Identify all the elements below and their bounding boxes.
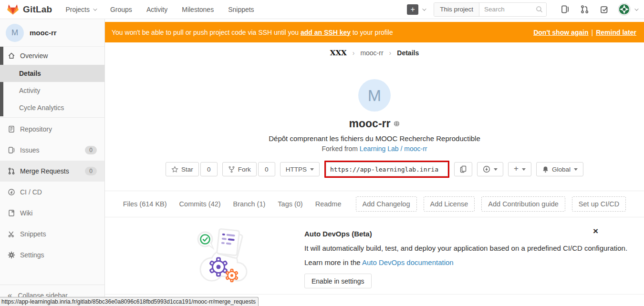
auto-devops-doc-link[interactable]: Auto DevOps documentation (362, 258, 454, 266)
nav-groups[interactable]: Groups (110, 6, 132, 13)
tags-link[interactable]: Tags (0) (278, 200, 302, 208)
search-box: This project (434, 2, 547, 17)
gitlab-logo[interactable]: GitLab (7, 3, 52, 16)
home-icon (8, 52, 15, 60)
sidebar-separator (0, 117, 104, 118)
top-navbar: GitLab Projects Groups Activity Mileston… (0, 0, 644, 19)
sidebar-project-header[interactable]: M mooc-rr (0, 19, 104, 47)
add-contribution-guide-button[interactable]: Add Contribution guide (481, 196, 565, 212)
sidebar-item-activity[interactable]: Activity (0, 82, 104, 99)
snippets-icon (8, 230, 15, 238)
auto-devops-title: Auto DevOps (Beta) (304, 230, 627, 238)
fork-count[interactable]: 0 (258, 162, 275, 176)
repository-icon (8, 125, 15, 133)
search-scope-label[interactable]: This project (434, 3, 479, 16)
project-avatar: M (6, 24, 24, 42)
fork-button[interactable]: Fork (222, 162, 257, 176)
brand-text: GitLab (23, 4, 52, 15)
breadcrumb-group[interactable]: XXX (330, 49, 347, 57)
main-content: You won't be able to pull or push projec… (105, 19, 644, 306)
status-bar-link-preview: https://app-learninglab.inria.fr/gitlab/… (0, 297, 259, 306)
ci-cd-icon (8, 188, 15, 196)
primary-nav: Projects Groups Activity Milestones Snip… (65, 6, 268, 13)
todos-icon[interactable] (600, 5, 609, 14)
download-dropdown[interactable] (477, 162, 503, 176)
public-visibility-icon (394, 121, 400, 127)
clipboard-icon (459, 165, 467, 173)
bell-icon (542, 166, 549, 173)
clone-url-input[interactable] (326, 162, 448, 176)
enable-in-settings-button[interactable]: Enable in settings (304, 274, 372, 288)
sidebar-item-details[interactable]: Details (0, 65, 104, 82)
issues-icon[interactable] (561, 5, 570, 14)
search-icon (535, 5, 543, 13)
nav-milestones[interactable]: Milestones (182, 6, 214, 13)
issues-icon (8, 146, 15, 154)
sidebar-item-snippets[interactable]: Snippets (0, 224, 104, 245)
notification-dropdown[interactable]: Global (536, 162, 583, 176)
nav-projects[interactable]: Projects (65, 6, 96, 13)
sidebar-nav: Overview Details Activity Cycle Analytic… (0, 47, 104, 265)
star-count[interactable]: 0 (200, 162, 218, 176)
merge-requests-icon (8, 167, 15, 175)
auto-devops-body: It will automatically build, test, and d… (304, 244, 627, 252)
sidebar-item-overview[interactable]: Overview (0, 47, 104, 65)
sidebar-item-cycle-analytics[interactable]: Cycle Analytics (0, 99, 104, 116)
breadcrumb-page: Details (397, 49, 419, 57)
forked-from-link[interactable]: Learning Lab / mooc-rr (360, 145, 427, 153)
copy-url-button[interactable] (454, 162, 472, 176)
auto-devops-illustration (196, 224, 250, 286)
close-icon[interactable]: × (593, 228, 598, 235)
nav-activity[interactable]: Activity (146, 6, 167, 13)
star-button[interactable]: Star (166, 162, 199, 176)
caret-down-icon (310, 168, 314, 171)
sidebar-item-ci-cd[interactable]: CI / CD (0, 182, 104, 203)
forked-from: Forked from Learning Lab / mooc-rr (105, 145, 644, 153)
project-avatar-large: M (358, 79, 391, 112)
readme-link[interactable]: Readme (315, 200, 342, 208)
add-license-button[interactable]: Add License (424, 196, 475, 212)
project-title: mooc-rr (349, 117, 391, 130)
nav-snippets[interactable]: Snippets (228, 6, 254, 13)
issues-count-badge: 0 (85, 146, 97, 154)
star-icon (171, 166, 178, 173)
caret-down-icon (494, 168, 498, 171)
gear-icon (8, 251, 15, 259)
add-dropdown[interactable]: + (508, 162, 531, 176)
branch-link[interactable]: Branch (1) (233, 200, 266, 208)
project-actions-row: Star 0 Fork 0 HTTPS (105, 161, 644, 178)
clone-url-highlight (324, 161, 449, 178)
sidebar-item-wiki[interactable]: Wiki (0, 203, 104, 224)
project-sidebar: M mooc-rr Overview Details Activity Cycl… (0, 19, 105, 306)
sidebar-section-overview: Overview Details Activity Cycle Analytic… (0, 47, 104, 116)
dont-show-again-link[interactable]: Don't show again (533, 29, 588, 36)
avatar (618, 3, 631, 16)
sidebar-item-repository[interactable]: Repository (0, 119, 104, 140)
files-link[interactable]: Files (614 KB) (123, 200, 167, 208)
fork-icon (228, 166, 235, 173)
auto-devops-learn-more: Learn more in the Auto DevOps documentat… (304, 258, 627, 266)
commits-link[interactable]: Commits (42) (179, 200, 221, 208)
caret-down-icon (574, 168, 578, 171)
add-changelog-button[interactable]: Add Changelog (356, 196, 417, 212)
setup-cicd-button[interactable]: Set up CI/CD (572, 196, 626, 212)
sidebar-item-settings[interactable]: Settings (0, 245, 104, 265)
merge-requests-icon[interactable] (580, 5, 589, 14)
sidebar-item-merge-requests[interactable]: Merge Requests 0 (0, 161, 104, 182)
sidebar-item-issues[interactable]: Issues 0 (0, 140, 104, 161)
plus-icon: + (514, 164, 519, 173)
ssh-banner-message: You won't be able to pull or push projec… (112, 29, 393, 36)
caret-down-icon (522, 168, 526, 171)
new-menu-button[interactable]: + (407, 4, 418, 15)
wiki-icon (8, 209, 15, 217)
add-ssh-key-link[interactable]: add an SSH key (301, 29, 351, 36)
chevron-down-icon[interactable] (422, 7, 426, 10)
protocol-dropdown[interactable]: HTTPS (280, 162, 320, 176)
chevron-down-icon (93, 7, 97, 10)
remind-later-link[interactable]: Remind later (596, 29, 636, 36)
breadcrumb-project[interactable]: mooc-rr (360, 49, 383, 57)
user-menu[interactable] (618, 3, 637, 16)
project-stats-row: Files (614 KB) Commits (42) Branch (1) T… (105, 191, 644, 217)
project-description: Dépôt comprenant les fichiers du MOOC Re… (105, 134, 644, 143)
auto-devops-banner: Auto DevOps (Beta) It will automatically… (105, 217, 644, 294)
